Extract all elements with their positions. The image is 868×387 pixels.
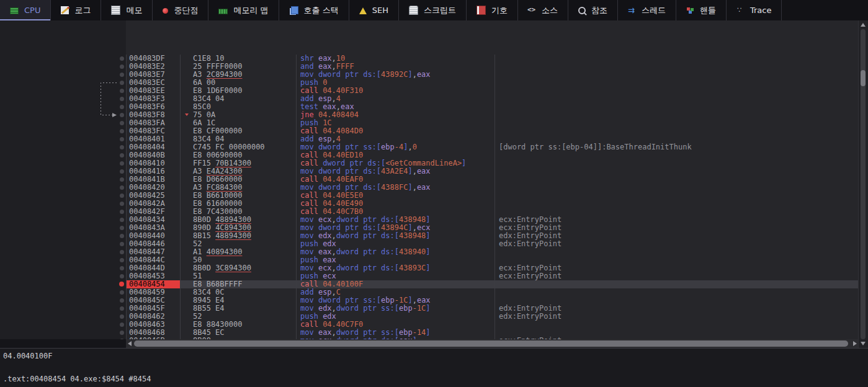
breakpoint-dot[interactable] [120, 81, 124, 85]
scroll-up-button[interactable] [861, 23, 866, 27]
breakpoint-gutter[interactable] [0, 151, 126, 159]
breakpoint-dot[interactable] [120, 185, 124, 190]
breakpoint-dot[interactable] [120, 129, 124, 133]
breakpoint-gutter[interactable] [0, 329, 126, 337]
tab-memory-map[interactable]: 메모리 맵 [208, 0, 279, 20]
breakpoint-dot[interactable] [120, 242, 124, 246]
disasm-row[interactable]: 004083EEE8 1D6F0000call 04.40F310 [0, 87, 859, 95]
disasm-row[interactable]: 0040845351push ecxecx:EntryPoint [0, 272, 859, 280]
tab-log[interactable]: 로그 [51, 0, 101, 20]
breakpoint-dot[interactable] [120, 331, 124, 335]
disasm-row[interactable]: 0040841BE8 D0660000call 04.40EAF0 [0, 176, 859, 184]
disasm-row[interactable]: 00408404C745 FC 00000000mov dword ptr ss… [0, 143, 859, 151]
disasm-row[interactable]: 0040844652push edxedx:EntryPoint [0, 240, 859, 248]
breakpoint-gutter[interactable] [0, 103, 126, 111]
tab-script[interactable]: 스크립트 [399, 0, 467, 20]
breakpoint-dot[interactable] [120, 113, 124, 117]
horizontal-scrollbar-thumb[interactable] [134, 340, 848, 347]
breakpoint-dot[interactable] [120, 202, 124, 206]
disasm-row[interactable]: 00408454E8 B68BFFFFcall 04.40100F [0, 280, 859, 288]
breakpoint-gutter[interactable] [0, 200, 126, 208]
disasm-row[interactable]: 004083E225 FFFF0000and eax,FFFF [0, 63, 859, 71]
breakpoint-dot[interactable] [120, 177, 124, 182]
breakpoint-gutter[interactable] [0, 71, 126, 79]
breakpoint-gutter[interactable] [0, 127, 126, 135]
breakpoint-gutter[interactable] [0, 280, 126, 288]
breakpoint-dot[interactable] [120, 56, 124, 61]
breakpoint-dot-active[interactable] [119, 282, 124, 287]
scroll-left-button[interactable] [128, 341, 132, 346]
breakpoint-gutter[interactable] [0, 167, 126, 176]
breakpoint-dot[interactable] [120, 137, 124, 141]
breakpoint-dot[interactable] [120, 194, 124, 198]
breakpoint-gutter[interactable] [0, 63, 126, 71]
disasm-row[interactable]: 0040845983C4 0Cadd esp,C [0, 288, 859, 296]
tab-handles[interactable]: 핸들 [676, 0, 727, 20]
breakpoint-gutter[interactable] [0, 159, 126, 167]
disasm-row[interactable]: 0040844C50push eax [0, 256, 859, 264]
disasm-row[interactable]: 0040845F8B55 E4mov edx,dword ptr ss:[ebp… [0, 305, 859, 313]
breakpoint-gutter[interactable] [0, 79, 126, 87]
tab-threads[interactable]: 스레드 [618, 0, 676, 20]
disasm-row[interactable]: 0040842AE8 61600000call 04.40E490 [0, 200, 859, 208]
breakpoint-dot[interactable] [120, 169, 124, 174]
breakpoint-gutter[interactable] [0, 337, 126, 339]
disasm-row[interactable]: 0040846252push edxedx:EntryPoint [0, 313, 859, 321]
horizontal-scrollbar[interactable] [126, 339, 859, 348]
disasm-row[interactable]: 004083E7A3 2C894300mov dword ptr ds:[438… [0, 71, 859, 79]
disasm-row[interactable]: 004083DFC1E8 10shr eax,10 [0, 55, 859, 63]
breakpoint-dot[interactable] [120, 322, 124, 327]
breakpoint-gutter[interactable] [0, 192, 126, 200]
breakpoint-gutter[interactable] [0, 216, 126, 224]
scroll-down-button[interactable] [861, 342, 866, 345]
breakpoint-gutter[interactable] [0, 143, 126, 151]
vertical-scrollbar[interactable] [858, 20, 868, 348]
disasm-row[interactable]: 0040842FE8 7C430000call 04.40C7B0 [0, 208, 859, 216]
disasm-row[interactable]: 0040840BE8 00690000call 04.40ED10 [0, 151, 859, 159]
disasm-row[interactable]: 004083EC6A 00push 0 [0, 79, 859, 87]
breakpoint-gutter[interactable] [0, 111, 126, 119]
tab-symbols[interactable]: 기호 [467, 0, 518, 20]
breakpoint-dot[interactable] [120, 153, 124, 158]
disasm-row[interactable]: 00408425E8 B6610000call 04.40E5E0 [0, 192, 859, 200]
disasm-row[interactable]: 0040844D8B0D 3C894300mov ecx,dword ptr d… [0, 264, 859, 272]
breakpoint-gutter[interactable] [0, 135, 126, 143]
disasm-row[interactable]: 0040843A890D 4C894300mov dword ptr ds:[4… [0, 224, 859, 232]
breakpoint-dot[interactable] [120, 97, 124, 101]
breakpoint-dot[interactable] [120, 121, 124, 125]
disasm-row[interactable]: 004084688B45 ECmov eax,dword ptr ss:[ebp… [0, 329, 859, 337]
breakpoint-dot[interactable] [120, 290, 124, 295]
breakpoint-gutter[interactable] [0, 240, 126, 248]
breakpoint-dot[interactable] [120, 298, 124, 303]
disasm-row[interactable]: 004084348B0D 48894300mov ecx,dword ptr d… [0, 216, 859, 224]
disasm-row[interactable]: 004083F875 0Ajne 04.408404 [0, 111, 859, 119]
tab-notes[interactable]: 메모 [101, 0, 153, 20]
breakpoint-gutter[interactable] [0, 248, 126, 256]
disasm-row[interactable]: 00408420A3 FC884300mov dword ptr ds:[438… [0, 184, 859, 192]
breakpoint-dot[interactable] [120, 145, 124, 149]
tab-breakpoints[interactable]: 중단점 [153, 0, 208, 20]
disasm-row[interactable]: 00408416A3 E4A24300mov dword ptr ds:[43A… [0, 167, 859, 176]
breakpoint-dot[interactable] [120, 258, 124, 262]
tab-call-stack[interactable]: 호출 스택 [279, 0, 349, 20]
breakpoint-dot[interactable] [120, 274, 124, 278]
disasm-row[interactable]: 004083F383C4 04add esp,4 [0, 95, 859, 103]
breakpoint-dot[interactable] [120, 89, 124, 93]
vertical-scrollbar-thumb[interactable] [861, 70, 866, 86]
tab-seh[interactable]: SEH [349, 0, 399, 20]
disasm-row[interactable]: 004083FA6A 1Cpush 1C [0, 119, 859, 127]
breakpoint-dot[interactable] [120, 314, 124, 319]
breakpoint-gutter[interactable] [0, 313, 126, 321]
breakpoint-dot[interactable] [120, 250, 124, 254]
breakpoint-dot[interactable] [120, 266, 124, 270]
breakpoint-dot[interactable] [120, 306, 124, 311]
breakpoint-gutter[interactable] [0, 232, 126, 240]
breakpoint-dot[interactable] [120, 161, 124, 166]
breakpoint-gutter[interactable] [0, 55, 126, 63]
breakpoint-gutter[interactable] [0, 224, 126, 232]
disasm-row[interactable]: 0040845C8945 E4mov dword ptr ss:[ebp-1C]… [0, 296, 859, 305]
breakpoint-gutter[interactable] [0, 87, 126, 95]
breakpoint-dot[interactable] [120, 64, 124, 69]
disasm-row[interactable]: 0040840183C4 04add esp,4 [0, 135, 859, 143]
disasm-row[interactable]: 004084408B15 48894300mov edx,dword ptr d… [0, 232, 859, 240]
